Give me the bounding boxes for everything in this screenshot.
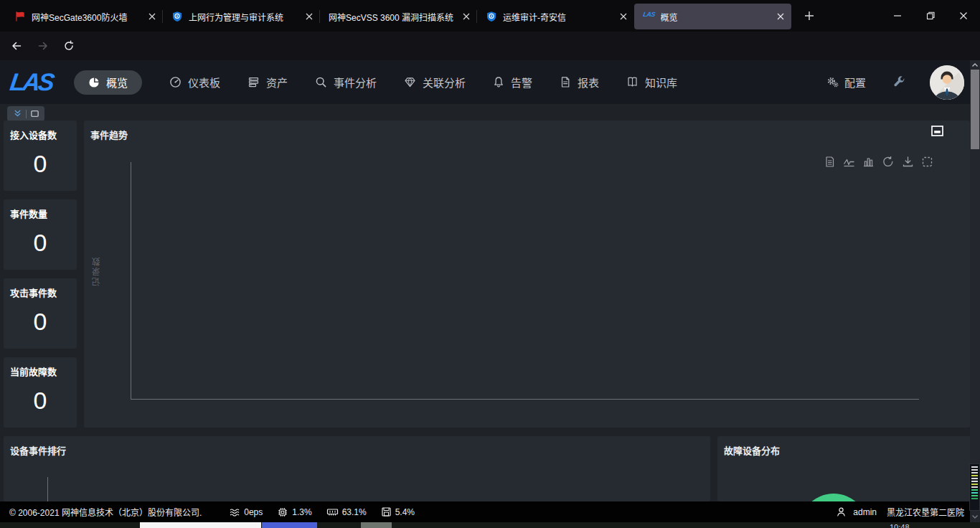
tab-close-icon[interactable] bbox=[460, 10, 473, 23]
tab-title: 运维审计-奇安信 bbox=[503, 11, 611, 23]
double-chevron-down-icon bbox=[13, 109, 22, 118]
cpu-icon bbox=[277, 506, 288, 518]
panel-title: 故障设备分布 bbox=[724, 443, 780, 457]
disk-icon bbox=[381, 506, 392, 517]
menu-item-reports[interactable]: 报表 bbox=[560, 75, 599, 90]
avatar-person-icon bbox=[930, 65, 964, 100]
download-icon[interactable] bbox=[902, 156, 914, 168]
stripe bbox=[971, 478, 978, 479]
taskbar-white-segment bbox=[140, 522, 261, 528]
taskbar-clock: 10:48 bbox=[890, 523, 910, 528]
stat-value: 0 bbox=[4, 387, 77, 415]
stripe bbox=[971, 492, 978, 494]
taskbar-blue-segment bbox=[262, 522, 317, 528]
eps-value: 0eps bbox=[244, 507, 263, 517]
memory-icon bbox=[326, 507, 339, 517]
menu-item-correlation-analysis[interactable]: 关联分析 bbox=[404, 75, 466, 90]
event-trend-panel: 事件趋势 记录数 bbox=[84, 121, 970, 428]
stripe bbox=[971, 472, 978, 473]
stripe bbox=[971, 484, 978, 485]
server-stack-icon bbox=[248, 76, 260, 88]
stat-value: 0 bbox=[4, 229, 77, 257]
menu-item-assets[interactable]: 资产 bbox=[248, 75, 288, 90]
gauge-icon bbox=[169, 76, 182, 88]
menu-label: 知识库 bbox=[645, 75, 677, 90]
menu-item-event-analysis[interactable]: 事件分析 bbox=[315, 75, 377, 90]
minimize-icon bbox=[893, 11, 902, 20]
stat-card-faults: 当前故障数 0 bbox=[4, 357, 77, 428]
stat-card-attacks: 攻击事件数 0 bbox=[4, 278, 77, 349]
scroll-down-icon[interactable] bbox=[971, 512, 979, 521]
tab-close-icon[interactable] bbox=[146, 10, 159, 23]
blue-shield-favicon-icon bbox=[486, 11, 497, 22]
menu-label: 仪表板 bbox=[188, 75, 220, 90]
stat-label: 当前故障数 bbox=[4, 357, 77, 378]
username: admin bbox=[853, 507, 877, 517]
tab-close-icon[interactable] bbox=[617, 10, 630, 23]
user-info: admin 黑龙江农垦第二医院 bbox=[836, 506, 964, 518]
tab-close-icon[interactable] bbox=[774, 10, 787, 23]
menu-label: 报表 bbox=[578, 75, 599, 90]
stat-label: 事件数量 bbox=[4, 199, 77, 220]
window-minimize-button[interactable] bbox=[881, 0, 914, 32]
tab-title: 网神SecGate3600防火墙 bbox=[32, 11, 140, 23]
las-logo: LAS bbox=[8, 68, 67, 96]
stripe bbox=[971, 498, 978, 499]
line-chart-icon[interactable] bbox=[843, 156, 855, 168]
window-restore-button[interactable] bbox=[914, 0, 947, 32]
page-scrollbar[interactable] bbox=[970, 60, 980, 522]
blue-shield-favicon-icon bbox=[171, 11, 183, 22]
window-controls bbox=[881, 0, 980, 32]
y-axis-line bbox=[131, 162, 131, 399]
window-close-button[interactable] bbox=[947, 0, 980, 32]
back-arrow-icon bbox=[11, 40, 22, 52]
eps-waves-icon bbox=[229, 507, 240, 517]
forward-arrow-icon bbox=[37, 40, 49, 52]
tab-secgate-firewall[interactable]: 网神SecGate3600防火墙 bbox=[6, 4, 163, 29]
tab-overview-active[interactable]: LAS 概览 bbox=[634, 4, 791, 29]
close-icon bbox=[959, 11, 968, 20]
gem-icon bbox=[404, 76, 416, 88]
main-menu: 概览 仪表板 资产 事件分析 关联分析 告警 报表 知识库 bbox=[74, 70, 677, 95]
os-taskbar-sliver: 10:48 bbox=[0, 522, 980, 528]
panel-collapse-control[interactable] bbox=[7, 106, 44, 121]
menu-label: 资产 bbox=[266, 75, 288, 90]
chart-toolbox bbox=[824, 156, 933, 168]
status-bar: © 2006-2021 网神信息技术（北京）股份有限公司. 0eps 1.3% … bbox=[0, 501, 980, 522]
new-tab-button[interactable] bbox=[798, 5, 820, 27]
tab-ops-audit-qianxin[interactable]: 运维审计-奇安信 bbox=[477, 4, 634, 29]
fault-distribution-panel: 故障设备分布 bbox=[717, 436, 971, 501]
tab-secvss-scanner[interactable]: 网神SecVSS 3600 漏洞扫描系统 V3 bbox=[320, 4, 477, 29]
plus-icon bbox=[804, 11, 814, 21]
tab-title: 概览 bbox=[661, 11, 769, 23]
menu-item-dashboard[interactable]: 仪表板 bbox=[169, 75, 220, 90]
back-button[interactable] bbox=[5, 34, 28, 57]
refresh-icon[interactable] bbox=[882, 156, 895, 168]
config-label: 配置 bbox=[844, 75, 866, 90]
tab-title: 网神SecVSS 3600 漏洞扫描系统 V3 bbox=[329, 11, 454, 23]
reload-button[interactable] bbox=[57, 34, 80, 57]
tools-button[interactable] bbox=[892, 75, 906, 89]
tab-behavior-audit[interactable]: 上网行为管理与审计系统 bbox=[163, 4, 320, 29]
data-zoom-icon[interactable] bbox=[921, 156, 933, 168]
user-avatar[interactable] bbox=[930, 65, 964, 100]
menu-item-alerts[interactable]: 告警 bbox=[493, 75, 532, 90]
app-navbar: LAS 概览 仪表板 资产 事件分析 关联分析 告警 报表 bbox=[0, 60, 980, 104]
menu-item-knowledge-base[interactable]: 知识库 bbox=[626, 75, 677, 90]
stripe bbox=[971, 486, 978, 488]
copyright-text: © 2006-2021 网神信息技术（北京）股份有限公司. bbox=[9, 506, 202, 518]
panel-maximize-button[interactable] bbox=[930, 124, 943, 137]
bar-chart-icon[interactable] bbox=[862, 156, 875, 168]
tab-close-icon[interactable] bbox=[303, 10, 316, 23]
memory-metric: 63.1% bbox=[326, 507, 367, 517]
scroll-up-icon[interactable] bbox=[971, 61, 979, 70]
forward-button[interactable] bbox=[32, 34, 55, 57]
memory-value: 63.1% bbox=[342, 507, 367, 517]
data-view-icon[interactable] bbox=[824, 156, 836, 168]
scrollbar-thumb[interactable] bbox=[971, 70, 979, 149]
panel-title: 事件趋势 bbox=[90, 128, 128, 141]
menu-item-overview[interactable]: 概览 bbox=[74, 70, 142, 95]
navbar-right: 配置 bbox=[826, 65, 964, 100]
config-menu-item[interactable]: 配置 bbox=[826, 75, 866, 90]
taskbar-grey-segment bbox=[361, 522, 392, 528]
